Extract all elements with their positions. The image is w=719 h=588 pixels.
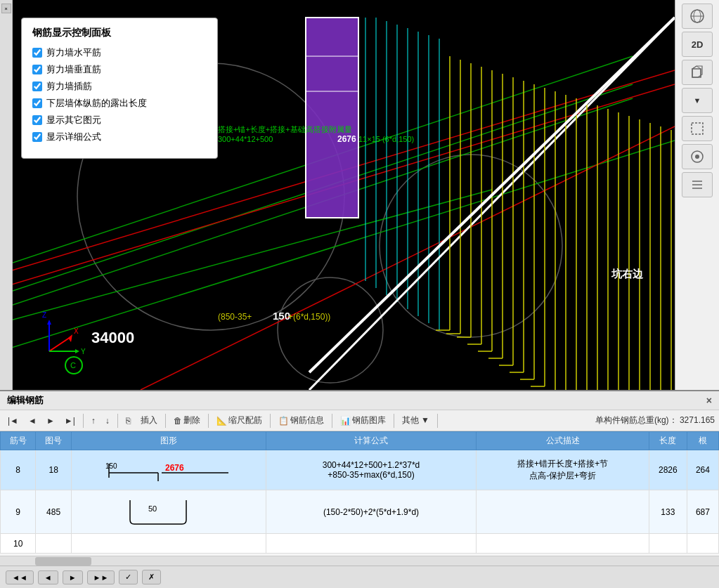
cell-formula: 300+44*12+500+1.2*37*d+850-35+max(6*d,15… bbox=[266, 450, 477, 490]
checkbox-item-2[interactable]: 剪力墙插筋 bbox=[32, 80, 207, 93]
cell-length bbox=[649, 534, 687, 554]
checkbox-0[interactable] bbox=[32, 48, 42, 58]
checkbox-item-5[interactable]: 显示详细公式 bbox=[32, 131, 207, 143]
cell-desc bbox=[477, 490, 649, 534]
left-strip-btn-1[interactable]: × bbox=[1, 4, 11, 13]
h-scrollbar[interactable] bbox=[0, 556, 719, 566]
sep-3 bbox=[165, 414, 166, 428]
info-btn[interactable]: 📋 钢筋信息 bbox=[275, 413, 328, 428]
toolbar-btn-view[interactable] bbox=[682, 4, 713, 29]
svg-text:50: 50 bbox=[148, 504, 157, 513]
nav-next-btn[interactable]: ► bbox=[43, 414, 58, 427]
table-row[interactable]: 9 485 50 (150-2*50)+2*(5*d+1.9*d) bbox=[1, 490, 719, 534]
checkbox-item-1[interactable]: 剪力墙垂直筋 bbox=[32, 63, 207, 76]
svg-text:34000: 34000 bbox=[91, 329, 134, 346]
svg-text:11×15  (6*d,150): 11×15 (6*d,150) bbox=[358, 135, 414, 143]
sep-7 bbox=[394, 414, 394, 428]
checkbox-label-4: 显示其它图元 bbox=[46, 114, 101, 126]
control-panel: 钢筋显示控制面板 剪力墙水平筋 剪力墙垂直筋 剪力墙插筋 下层墙体纵筋的露出长度… bbox=[21, 18, 218, 159]
right-toolbar: 2D ▼ bbox=[675, 0, 719, 390]
checkbox-1[interactable] bbox=[32, 65, 42, 74]
col-header-id: 筋号 bbox=[1, 432, 36, 450]
status-btn-6[interactable]: ✗ bbox=[142, 570, 161, 584]
status-btn-2[interactable]: ◄ bbox=[38, 570, 58, 584]
cell-count bbox=[687, 534, 718, 554]
cell-id: 10 bbox=[1, 534, 36, 554]
checkbox-2[interactable] bbox=[32, 81, 42, 91]
svg-text:2676: 2676 bbox=[165, 463, 184, 473]
table-row[interactable]: 10 bbox=[1, 534, 719, 554]
info-icon: 📋 bbox=[278, 416, 289, 426]
status-btn-3[interactable]: ► bbox=[63, 570, 83, 584]
checkbox-label-3: 下层墙体纵筋的露出长度 bbox=[46, 97, 147, 110]
panel-close-btn[interactable]: × bbox=[706, 395, 712, 406]
insert-btn[interactable]: 插入 bbox=[137, 413, 161, 428]
svg-text:Z: Z bbox=[42, 311, 46, 319]
svg-text:2676: 2676 bbox=[337, 134, 356, 144]
col-header-length: 长度 bbox=[649, 432, 687, 450]
svg-text:+(6*d,150)): +(6*d,150)) bbox=[288, 312, 330, 322]
status-btn-1[interactable]: ◄◄ bbox=[6, 570, 34, 584]
nav-prev-btn[interactable]: ◄ bbox=[25, 414, 40, 427]
copy-btn[interactable]: ⎘ bbox=[122, 414, 134, 427]
status-btn-4[interactable]: ►► bbox=[87, 570, 115, 584]
sep-5 bbox=[270, 414, 271, 428]
checkbox-item-3[interactable]: 下层墙体纵筋的露出长度 bbox=[32, 97, 207, 110]
svg-point-78 bbox=[695, 155, 699, 159]
svg-text:C: C bbox=[70, 361, 76, 370]
cell-shape: 50 bbox=[71, 490, 266, 534]
toolbar-btn-orbit[interactable] bbox=[682, 144, 713, 169]
toolbar-btn-arrow[interactable]: ▼ bbox=[682, 88, 713, 113]
scale-icon: 📐 bbox=[216, 416, 227, 426]
svg-rect-76 bbox=[692, 123, 703, 134]
panel-toolbar: |◄ ◄ ► ►| ↑ ↓ ⎘ 插入 🗑 删除 📐 缩尺配筋 📋 钢筋信息 📊 … bbox=[0, 410, 719, 431]
cell-figno bbox=[36, 534, 71, 554]
checkbox-label-1: 剪力墙垂直筋 bbox=[46, 63, 101, 76]
cell-length: 133 bbox=[649, 490, 687, 534]
checkbox-item-4[interactable]: 显示其它图元 bbox=[32, 114, 207, 126]
cell-formula: (150-2*50)+2*(5*d+1.9*d) bbox=[266, 490, 477, 534]
cell-id: 9 bbox=[1, 490, 36, 534]
table-container[interactable]: 筋号 图号 图形 计算公式 公式描述 长度 根 8 18 bbox=[0, 431, 719, 554]
svg-text:300+44*12+500: 300+44*12+500 bbox=[218, 135, 273, 143]
cell-count: 687 bbox=[687, 490, 718, 534]
cell-length: 2826 bbox=[649, 450, 687, 490]
cell-formula bbox=[266, 534, 477, 554]
copy-icon: ⎘ bbox=[126, 416, 131, 426]
drawing-btn[interactable]: 📊 钢筋图库 bbox=[337, 413, 389, 428]
delete-btn[interactable]: 🗑 删除 bbox=[170, 413, 204, 428]
control-panel-title: 钢筋显示控制面板 bbox=[32, 27, 207, 39]
toolbar-btn-select[interactable] bbox=[682, 116, 713, 141]
rebar-table: 筋号 图号 图形 计算公式 公式描述 长度 根 8 18 bbox=[0, 431, 719, 554]
drawing-icon: 📊 bbox=[340, 416, 351, 426]
checkbox-5[interactable] bbox=[32, 132, 42, 142]
toolbar-btn-list[interactable] bbox=[682, 172, 713, 197]
svg-text:150: 150 bbox=[105, 462, 117, 470]
nav-down-btn[interactable]: ↓ bbox=[102, 414, 113, 427]
checkbox-4[interactable] bbox=[32, 115, 42, 125]
svg-text:搭接+锚+长度+搭接+基础高搭接附属量: 搭接+锚+长度+搭接+基础高搭接附属量 bbox=[218, 125, 352, 133]
checkbox-label-0: 剪力墙水平筋 bbox=[46, 46, 101, 59]
status-btn-5[interactable]: ✓ bbox=[119, 570, 138, 584]
scale-btn[interactable]: 📐 缩尺配筋 bbox=[213, 413, 266, 428]
other-btn[interactable]: 其他 ▼ bbox=[399, 413, 433, 428]
left-strip: × bbox=[0, 0, 13, 390]
cell-desc bbox=[477, 534, 649, 554]
total-label: 单构件钢筋总重(kg)： 3271.165 bbox=[595, 414, 715, 426]
toolbar-btn-2d[interactable]: 2D bbox=[682, 32, 713, 57]
table-row[interactable]: 8 18 150 bbox=[1, 450, 719, 490]
delete-icon: 🗑 bbox=[174, 416, 182, 426]
nav-up-btn[interactable]: ↑ bbox=[88, 414, 99, 427]
cell-desc: 搭接+错开长度+搭接+节点高-保护层+弯折 bbox=[477, 450, 649, 490]
svg-rect-12 bbox=[306, 18, 358, 218]
toolbar-btn-3d[interactable] bbox=[682, 60, 713, 85]
col-header-count: 根 bbox=[687, 432, 718, 450]
cell-figno: 18 bbox=[36, 450, 71, 490]
cell-id: 8 bbox=[1, 450, 36, 490]
checkbox-item-0[interactable]: 剪力墙水平筋 bbox=[32, 46, 207, 59]
nav-last-btn[interactable]: ►| bbox=[61, 414, 79, 427]
checkbox-3[interactable] bbox=[32, 98, 42, 108]
nav-first-btn[interactable]: |◄ bbox=[4, 414, 22, 427]
checkbox-label-2: 剪力墙插筋 bbox=[46, 80, 92, 93]
sep-8 bbox=[437, 414, 438, 428]
